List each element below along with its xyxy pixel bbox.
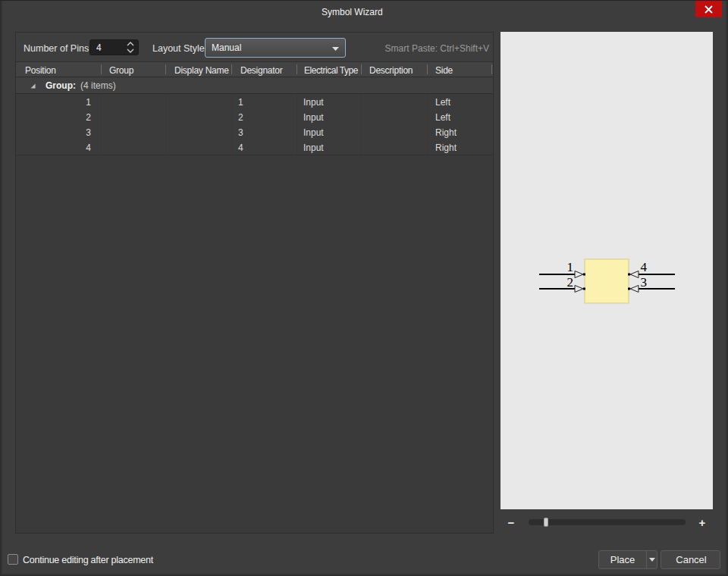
- svg-text:2: 2: [567, 275, 574, 290]
- svg-text:1: 1: [567, 260, 574, 274]
- svg-text:3: 3: [641, 275, 648, 290]
- svg-text:4: 4: [641, 260, 648, 274]
